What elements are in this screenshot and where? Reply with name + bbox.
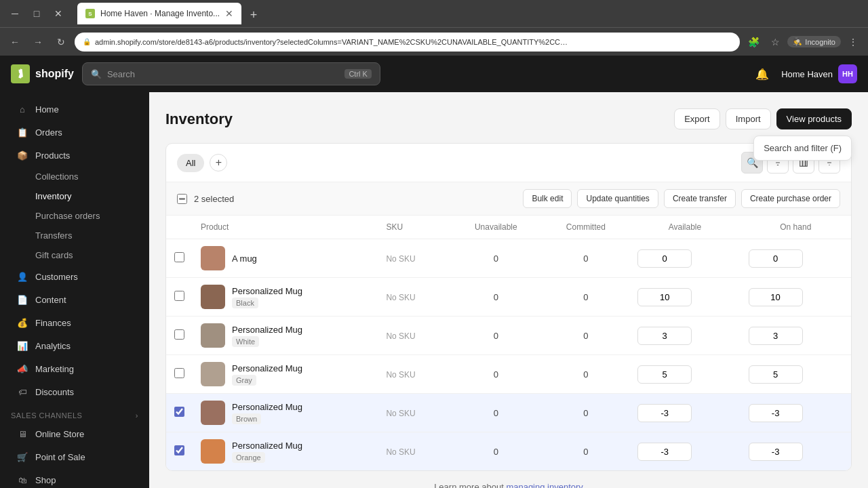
import-btn[interactable]: Import — [726, 108, 771, 129]
sidebar-item-shop[interactable]: 🛍 Shop — [5, 469, 144, 488]
managing-inventory-link[interactable]: managing inventory — [506, 482, 583, 488]
page-header: Inventory Export Import View products Se… — [165, 108, 852, 129]
add-tab-btn[interactable]: + — [210, 154, 227, 171]
tab-close-btn[interactable]: ✕ — [225, 8, 233, 19]
back-btn[interactable]: ← — [5, 33, 24, 52]
unavailable-cell: 0 — [450, 278, 542, 317]
sidebar-item-orders[interactable]: 📋 Orders — [5, 121, 144, 143]
available-input[interactable] — [637, 365, 692, 384]
sidebar-item-marketing[interactable]: 📣 Marketing — [5, 358, 144, 380]
onhand-cell — [741, 394, 851, 432]
incognito-label: Incognito — [805, 38, 835, 46]
create-transfer-btn[interactable]: Create transfer — [664, 189, 736, 208]
close-btn[interactable]: ✕ — [49, 4, 68, 23]
products-icon: 📦 — [16, 149, 28, 161]
footer-text: Learn more about — [434, 482, 506, 488]
sidebar-item-pos[interactable]: 🛒 Point of Sale — [5, 446, 144, 468]
product-name: Personalized Mug — [232, 286, 302, 296]
bulk-edit-btn[interactable]: Bulk edit — [523, 189, 572, 208]
row-checkbox[interactable] — [174, 252, 184, 262]
product-cell: Personalized Mug Black — [201, 285, 370, 309]
sidebar-item-collections[interactable]: Collections — [5, 167, 144, 186]
search-filter-tooltip: Search and filter (F) — [753, 136, 852, 161]
page-title: Inventory — [165, 110, 233, 128]
col-product: Product — [193, 216, 378, 239]
available-input[interactable] — [637, 249, 692, 268]
sidebar-item-products[interactable]: 📦 Products — [5, 144, 144, 166]
update-quantities-btn[interactable]: Update quantities — [577, 189, 658, 208]
sidebar-item-gift-cards[interactable]: Gift cards — [5, 246, 144, 264]
product-cell: Personalized Mug Brown — [201, 401, 370, 425]
incognito-badge[interactable]: 🕵 Incognito — [787, 36, 841, 47]
row-checkbox[interactable] — [174, 445, 184, 455]
sales-channels-label: Sales channels › — [0, 403, 149, 422]
sidebar-label-finances: Finances — [35, 318, 71, 328]
product-cell: Personalized Mug Orange — [201, 439, 370, 464]
sidebar-item-analytics[interactable]: 📊 Analytics — [5, 335, 144, 357]
row-checkbox[interactable] — [174, 291, 184, 301]
onhand-input[interactable] — [749, 443, 803, 461]
global-search-bar[interactable]: 🔍 Search Ctrl K — [82, 62, 380, 85]
notification-btn[interactable]: 🔔 — [751, 63, 773, 85]
sidebar-item-finances[interactable]: 💰 Finances — [5, 312, 144, 333]
browser-tab[interactable]: S Home Haven · Manage Invento... ✕ — [77, 3, 241, 24]
export-btn[interactable]: Export — [674, 108, 720, 129]
product-sku: No SKU — [386, 293, 415, 302]
customers-icon: 👤 — [16, 270, 28, 283]
sidebar-label-discounts: Discounts — [35, 387, 74, 397]
analytics-icon: 📊 — [16, 340, 28, 352]
new-tab-btn[interactable]: + — [244, 5, 263, 24]
committed-cell: 0 — [542, 317, 629, 355]
marketing-icon: 📣 — [16, 363, 28, 375]
sidebar-label-marketing: Marketing — [35, 364, 74, 374]
bookmark-btn[interactable]: ☆ — [766, 33, 785, 52]
sidebar-item-inventory[interactable]: Inventory — [5, 187, 144, 205]
available-cell — [629, 317, 740, 355]
onhand-input[interactable] — [749, 327, 803, 345]
sidebar-item-purchase-orders[interactable]: Purchase orders — [5, 207, 144, 225]
onhand-input[interactable] — [749, 288, 803, 306]
onhand-input[interactable] — [749, 249, 803, 268]
sidebar-label-content: Content — [35, 295, 66, 305]
available-input[interactable] — [637, 443, 692, 461]
row-checkbox[interactable] — [174, 368, 184, 378]
committed-cell: 0 — [542, 394, 629, 432]
maximize-btn[interactable]: □ — [27, 4, 46, 23]
sidebar-item-customers[interactable]: 👤 Customers — [5, 266, 144, 287]
create-purchase-order-btn[interactable]: Create purchase order — [741, 189, 840, 208]
available-cell — [629, 394, 740, 432]
sidebar-item-transfers[interactable]: Transfers — [5, 226, 144, 245]
user-menu[interactable]: Home Haven HH — [781, 64, 857, 83]
master-checkbox[interactable] — [177, 194, 187, 204]
sidebar-item-content[interactable]: 📄 Content — [5, 289, 144, 310]
address-bar[interactable]: 🔒 admin.shopify.com/store/de8143-a6/prod… — [75, 33, 740, 52]
row-checkbox[interactable] — [174, 329, 184, 340]
minimize-btn[interactable]: ─ — [5, 4, 24, 23]
sidebar-item-discounts[interactable]: 🏷 Discounts — [5, 381, 144, 403]
view-products-btn[interactable]: View products — [776, 108, 852, 129]
available-input[interactable] — [637, 288, 692, 306]
selected-actions: Bulk edit Update quantities Create trans… — [523, 189, 840, 208]
product-info: Personalized Mug Orange — [232, 441, 302, 463]
table-row: Personalized Mug Black No SKU 0 0 — [166, 278, 851, 317]
committed-cell: 0 — [542, 239, 629, 278]
row-checkbox[interactable] — [174, 407, 184, 417]
main-content: Inventory Export Import View products Se… — [149, 92, 868, 488]
unavailable-cell: 0 — [450, 355, 542, 394]
sidebar-item-online-store[interactable]: 🖥 Online Store — [5, 423, 144, 445]
reload-btn[interactable]: ↻ — [52, 33, 71, 52]
all-tab[interactable]: All — [177, 154, 204, 172]
onhand-input[interactable] — [749, 404, 803, 422]
sidebar-label-gift-cards: Gift cards — [35, 250, 73, 260]
menu-btn[interactable]: ⋮ — [844, 33, 863, 52]
expand-sales-channels-icon[interactable]: › — [136, 411, 138, 420]
onhand-input[interactable] — [749, 365, 803, 384]
shopify-logo[interactable]: shopify — [11, 64, 74, 83]
available-input[interactable] — [637, 404, 692, 422]
forward-btn[interactable]: → — [28, 33, 47, 52]
inventory-card: All + 🔍 — [165, 143, 852, 471]
product-thumbnail — [201, 323, 225, 348]
extensions-btn[interactable]: 🧩 — [744, 33, 763, 52]
available-input[interactable] — [637, 327, 692, 345]
sidebar-item-home[interactable]: ⌂ Home — [5, 98, 144, 120]
